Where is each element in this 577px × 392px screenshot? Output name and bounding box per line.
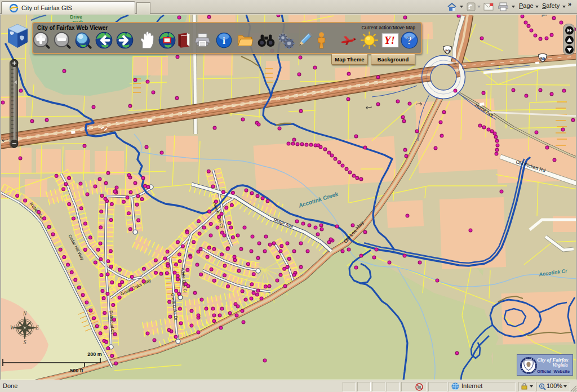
svg-text:Virginia: Virginia bbox=[552, 363, 567, 368]
svg-text:Official Website: Official Website bbox=[537, 369, 570, 374]
svg-text:E: E bbox=[35, 324, 39, 331]
svg-text:500 ft: 500 ft bbox=[70, 368, 83, 373]
svg-text:?: ? bbox=[406, 34, 412, 47]
svg-text:i: i bbox=[223, 35, 225, 46]
svg-text:Drive: Drive bbox=[70, 15, 82, 20]
svg-text:50: 50 bbox=[540, 56, 545, 61]
svg-text:City of Fairfax: City of Fairfax bbox=[537, 357, 569, 363]
svg-text:Y!: Y! bbox=[384, 34, 395, 46]
svg-text:29: 29 bbox=[445, 48, 450, 54]
svg-text:S: S bbox=[24, 339, 26, 345]
svg-text:N: N bbox=[23, 310, 28, 317]
svg-text:200 m: 200 m bbox=[87, 351, 102, 357]
